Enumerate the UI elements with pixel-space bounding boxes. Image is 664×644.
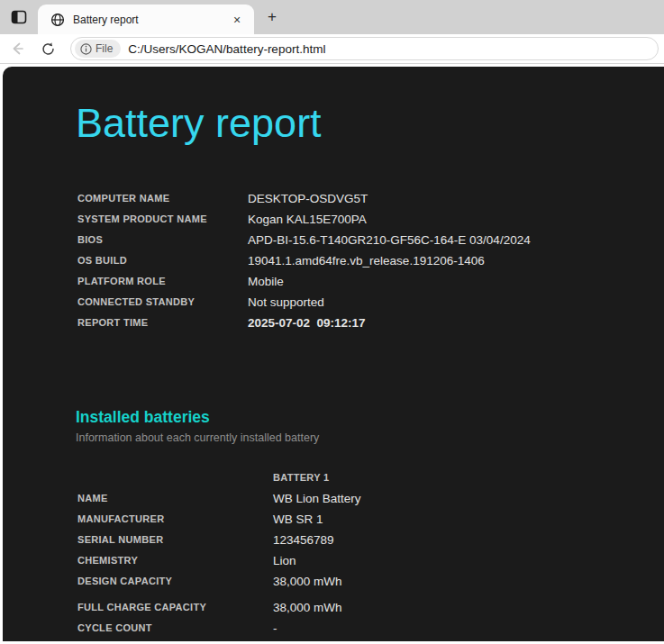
field-value: DESKTOP-OSDVG5T (248, 188, 626, 209)
field-label: DESIGN CAPACITY (76, 571, 273, 592)
field-label: COMPUTER NAME (76, 188, 248, 209)
back-arrow-icon (9, 41, 25, 57)
refresh-icon (41, 41, 56, 57)
back-button[interactable] (5, 37, 29, 60)
field-value: - (273, 618, 579, 639)
installed-batteries-subtitle: Information about each currently install… (76, 430, 664, 446)
installed-batteries-heading: Installed batteries (76, 407, 664, 427)
table-row: MANUFACTURER WB SR 1 (76, 509, 579, 530)
field-value: WB Lion Battery (273, 488, 579, 509)
table-row: OS BUILD 19041.1.amd64fre.vb_release.191… (76, 250, 626, 271)
field-value: Not supported (248, 292, 626, 313)
system-info-table: COMPUTER NAME DESKTOP-OSDVG5T SYSTEM PRO… (76, 188, 626, 333)
table-row: CYCLE COUNT - (76, 618, 579, 639)
field-value: APD-BI-15.6-T140GR210-GF56C-164-E 03/04/… (248, 230, 626, 250)
globe-icon (50, 13, 65, 27)
field-label: CHEMISTRY (76, 550, 273, 571)
url-text[interactable]: C:/Users/KOGAN/battery-report.html (128, 42, 325, 56)
field-label: CYCLE COUNT (76, 618, 273, 639)
field-value: WB SR 1 (273, 509, 579, 530)
field-value: 19041.1.amd64fre.vb_release.191206-1406 (248, 250, 626, 271)
new-tab-button[interactable]: + (262, 7, 282, 27)
browser-toolbar: File C:/Users/KOGAN/battery-report.html (0, 34, 664, 64)
field-value: Mobile (248, 271, 626, 292)
field-value: 2025-07-02 09:12:17 (248, 313, 626, 333)
tab-title: Battery report (73, 14, 229, 26)
table-row: DESIGN CAPACITY 38,000 mWh (76, 571, 579, 592)
installed-batteries-table: BATTERY 1 NAME WB Lion Battery MANUFACTU… (76, 467, 579, 639)
field-value: 38,000 mWh (273, 592, 579, 618)
page-title: Battery report (76, 103, 664, 143)
table-row: PLATFORM ROLE Mobile (76, 271, 626, 292)
table-row: FULL CHARGE CAPACITY 38,000 mWh (76, 592, 579, 618)
table-row: BIOS APD-BI-15.6-T140GR210-GF56C-164-E 0… (76, 230, 626, 250)
field-label: CONNECTED STANDBY (76, 292, 248, 313)
table-row: SYSTEM PRODUCT NAME Kogan KAL15E700PA (76, 209, 626, 230)
battery-report-page: Battery report COMPUTER NAME DESKTOP-OSD… (3, 67, 664, 641)
table-row: COMPUTER NAME DESKTOP-OSDVG5T (76, 188, 626, 209)
tab-close-icon[interactable]: × (229, 12, 245, 28)
tab-actions-button[interactable] (8, 6, 30, 28)
table-row: CHEMISTRY Lion (76, 550, 579, 571)
file-scheme-label: File (96, 42, 113, 55)
field-label: OS BUILD (76, 250, 248, 271)
tab-actions-icon (10, 8, 28, 26)
address-bar[interactable]: File C:/Users/KOGAN/battery-report.html (70, 37, 659, 60)
field-value: Lion (273, 550, 579, 571)
table-row: NAME WB Lion Battery (76, 488, 579, 509)
field-label: BIOS (76, 230, 248, 250)
table-row: CONNECTED STANDBY Not supported (76, 292, 626, 313)
field-value: 123456789 (273, 530, 579, 550)
table-row: SERIAL NUMBER 123456789 (76, 530, 579, 550)
field-label: SYSTEM PRODUCT NAME (76, 209, 248, 230)
field-label: MANUFACTURER (76, 509, 273, 530)
info-icon (80, 43, 92, 55)
field-label: PLATFORM ROLE (76, 271, 248, 292)
tab-strip: Battery report × + (0, 0, 664, 34)
field-label: FULL CHARGE CAPACITY (76, 592, 273, 618)
browser-tab[interactable]: Battery report × (38, 5, 254, 34)
field-value: 38,000 mWh (273, 571, 579, 592)
table-header-row: BATTERY 1 (76, 467, 579, 488)
field-label: NAME (76, 488, 273, 509)
page-background: Battery report COMPUTER NAME DESKTOP-OSD… (0, 64, 664, 641)
battery-column-header: BATTERY 1 (273, 467, 579, 488)
field-label: REPORT TIME (76, 313, 248, 333)
empty-cell (76, 467, 273, 488)
field-value: Kogan KAL15E700PA (248, 209, 626, 230)
file-scheme-chip[interactable]: File (75, 40, 121, 58)
field-label: SERIAL NUMBER (76, 530, 273, 550)
table-row: REPORT TIME 2025-07-02 09:12:17 (76, 313, 626, 333)
refresh-button[interactable] (36, 37, 59, 60)
